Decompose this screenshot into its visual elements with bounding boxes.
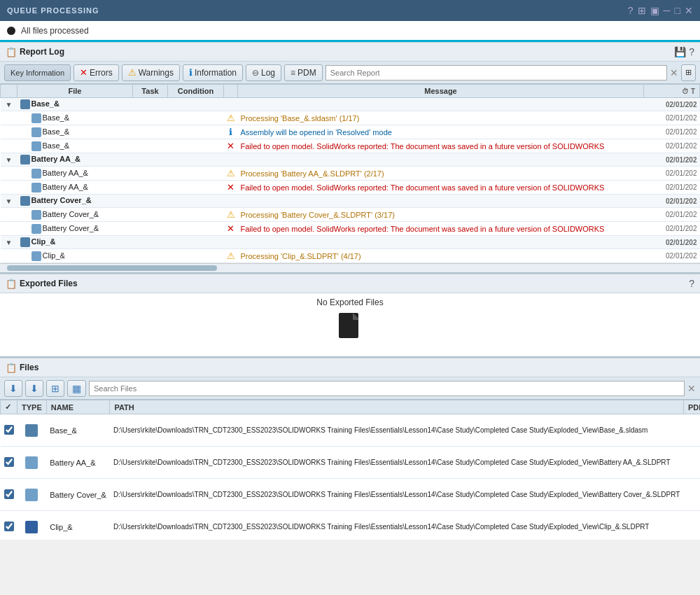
table-row: ▼ Base_& 02/01/202 xyxy=(1,98,700,111)
key-info-button[interactable]: Key Information xyxy=(4,64,71,81)
table-row: Battery Cover_& ✕ Failed to open model. … xyxy=(1,222,700,236)
col-icon-header xyxy=(224,85,238,98)
col-condition-header: Condition xyxy=(168,85,224,98)
files-search-input[interactable] xyxy=(89,381,685,396)
col-task-header: Task xyxy=(133,85,168,98)
file-pdm-cell xyxy=(683,511,700,540)
col-check-header: ✓ xyxy=(1,400,18,414)
file-row-check-3[interactable] xyxy=(4,489,14,499)
table-row: Battery Cover_& D:\Users\rkite\Downloads… xyxy=(1,479,701,511)
col-expand-header xyxy=(1,85,18,98)
type-icon-part xyxy=(25,489,38,501)
expand-base[interactable]: ▼ xyxy=(6,101,13,108)
files-section: 📋 Files ⬇ ⬇ ⊞ ▦ ✕ ✓ TYPE NAME PATH xyxy=(0,356,700,540)
files-move-down-button[interactable]: ⬇ xyxy=(25,380,43,397)
layout-button[interactable]: ⊞ xyxy=(638,6,646,15)
log-button[interactable]: ⊖ Log xyxy=(246,64,281,81)
file-name-cell: Battery AA_& xyxy=(46,447,110,479)
table-row: Battery Cover_& ⚠ Processing 'Battery Co… xyxy=(1,208,700,222)
errors-button[interactable]: ✕ Errors xyxy=(74,64,119,81)
status-dot xyxy=(7,27,15,35)
table-row: Base_& D:\Users\rkite\Downloads\TRN_CDT2… xyxy=(1,414,701,447)
files-add-button[interactable]: ⬇ xyxy=(4,380,22,397)
files-title: 📋 Files xyxy=(6,363,38,373)
file-path-cell: D:\Users\rkite\Downloads\TRN_CDT2300_ESS… xyxy=(110,414,683,447)
table-row: Battery AA_& ✕ Failed to open model. Sol… xyxy=(1,181,700,195)
file-pdm-cell xyxy=(683,479,700,511)
file-name-cell: Clip_& xyxy=(46,511,110,540)
file-icon xyxy=(336,312,364,353)
files-table: ✓ TYPE NAME PATH PDM VAULT Base_& D:\Use… xyxy=(0,400,700,540)
file-row-check-4[interactable] xyxy=(4,522,14,531)
file-pdm-cell xyxy=(683,414,700,447)
report-help-icon[interactable]: ? xyxy=(689,47,694,57)
report-log-title: 📋 Report Log xyxy=(6,47,64,57)
file-path-cell: D:\Users\rkite\Downloads\TRN_CDT2300_ESS… xyxy=(110,447,683,479)
status-text: All files processed xyxy=(21,26,89,36)
exported-help-icon[interactable]: ? xyxy=(689,279,694,288)
table-row: Base_& ⚠ Processing 'Base_&.sldasm' (1/1… xyxy=(1,111,700,125)
table-row: Battery AA_& D:\Users\rkite\Downloads\TR… xyxy=(1,447,701,479)
window-button[interactable]: ▣ xyxy=(650,6,659,15)
files-grid-button[interactable]: ⊞ xyxy=(46,380,64,397)
file-path-cell: D:\Users\rkite\Downloads\TRN_CDT2300_ESS… xyxy=(110,511,683,540)
report-toolbar: Key Information ✕ Errors ⚠ Warnings ℹ In… xyxy=(0,62,700,84)
exported-files-empty: No Exported Files xyxy=(0,293,700,356)
file-name-cell: Battery Cover_& xyxy=(46,479,110,511)
minimize-button[interactable]: ─ xyxy=(664,6,671,15)
files-toolbar: ⬇ ⬇ ⊞ ▦ ✕ xyxy=(0,377,700,400)
file-name-cell: Base_& xyxy=(46,414,110,447)
col-name-header: NAME xyxy=(46,400,110,414)
statusbar: All files processed xyxy=(0,21,700,42)
table-row: Battery AA_& ⚠ Processing 'Battery AA_&.… xyxy=(1,167,700,181)
col-pdm-header: PDM VAULT xyxy=(683,400,700,414)
table-row: Clip_& ⚠ Processing 'Clip_&.SLDPRT' (4/1… xyxy=(1,249,700,263)
report-table: File Task Condition Message ⏱ T ▼ Base_& xyxy=(0,84,700,263)
file-row-check-1[interactable] xyxy=(4,425,14,435)
report-hscroll-bar[interactable] xyxy=(7,265,217,271)
exported-files-section: 📋 Exported Files ? No Exported Files xyxy=(0,272,700,356)
titlebar: QUEUE PROCESSING ? ⊞ ▣ ─ □ ✕ xyxy=(0,0,700,21)
table-row: ▼ Battery AA_& 02/01/202 xyxy=(1,153,700,167)
expand-battery-aa[interactable]: ▼ xyxy=(6,156,13,164)
report-save-icon[interactable]: 💾 xyxy=(674,47,686,57)
expand-battery-cover[interactable]: ▼ xyxy=(6,197,13,205)
files-search-clear[interactable]: ✕ xyxy=(687,383,696,394)
report-search-input[interactable] xyxy=(326,65,667,80)
report-log-header-icons: 💾 ? xyxy=(674,47,694,57)
type-icon-part xyxy=(25,456,38,469)
file-row-check-2[interactable] xyxy=(4,457,14,467)
files-chart-button[interactable]: ▦ xyxy=(67,380,86,397)
exported-files-header: 📋 Exported Files ? xyxy=(0,274,700,293)
col-message-header: Message xyxy=(238,85,644,98)
help-button[interactable]: ? xyxy=(628,6,634,15)
report-log-header: 📋 Report Log 💾 ? xyxy=(0,42,700,62)
exported-files-title: 📋 Exported Files xyxy=(6,279,78,289)
warnings-button[interactable]: ⚠ Warnings xyxy=(122,64,180,81)
report-search-clear[interactable]: ✕ xyxy=(670,67,678,78)
col-type-header: TYPE xyxy=(18,400,47,414)
report-hscroll[interactable] xyxy=(0,264,700,272)
file-path-cell: D:\Users\rkite\Downloads\TRN_CDT2300_ESS… xyxy=(110,479,683,511)
files-header: 📋 Files xyxy=(0,358,700,377)
app-title: QUEUE PROCESSING xyxy=(7,6,99,15)
table-row: Clip_& D:\Users\rkite\Downloads\TRN_CDT2… xyxy=(1,511,701,540)
col-file-header: File xyxy=(18,85,133,98)
report-table-wrap: File Task Condition Message ⏱ T ▼ Base_& xyxy=(0,84,700,264)
col-time-header: ⏱ T xyxy=(644,85,700,98)
type-icon-assembly xyxy=(25,424,38,437)
information-button[interactable]: ℹ Information xyxy=(183,64,243,81)
exported-empty-text: No Exported Files xyxy=(316,298,383,307)
expand-clip[interactable]: ▼ xyxy=(6,239,13,246)
table-row: ▼ Clip_& 02/01/202 xyxy=(1,236,700,249)
report-log-section: 📋 Report Log 💾 ? Key Information ✕ Error… xyxy=(0,42,700,272)
pdm-button[interactable]: ≡ PDM xyxy=(284,64,323,81)
type-icon-assembly-blue xyxy=(25,521,38,533)
window-controls: ? ⊞ ▣ ─ □ ✕ xyxy=(628,6,693,15)
report-tree-icon[interactable]: ⊞ xyxy=(681,64,696,81)
close-button[interactable]: ✕ xyxy=(685,6,693,15)
table-row: Base_& ✕ Failed to open model. SolidWork… xyxy=(1,139,700,153)
files-table-wrap: ✓ TYPE NAME PATH PDM VAULT Base_& D:\Use… xyxy=(0,400,700,540)
maximize-button[interactable]: □ xyxy=(675,6,680,15)
col-path-header: PATH xyxy=(110,400,683,414)
